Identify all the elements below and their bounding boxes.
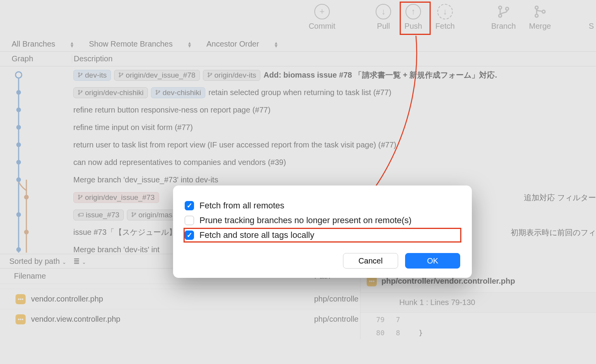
chevron-updown-icon: ▴▾ xyxy=(188,41,191,47)
fetch-dialog: Fetch from all remotes Prune tracking br… xyxy=(173,185,472,278)
arrow-up-icon: ↑ xyxy=(405,4,421,19)
pull-button[interactable]: ↓ Pull xyxy=(371,4,396,31)
svg-point-32 xyxy=(156,93,157,94)
commit-row[interactable]: dev-itsorigin/dev_issue_#78origin/dev-it… xyxy=(0,66,596,84)
commit-button[interactable]: + Commit xyxy=(304,4,340,31)
chevron-updown-icon: ▴▾ xyxy=(71,41,73,47)
branch-icon xyxy=(118,71,124,80)
svg-point-1 xyxy=(499,14,502,17)
commit-message: issue #73「【スケジュール】 xyxy=(73,227,177,237)
branch-tag[interactable]: dev-its xyxy=(73,70,111,81)
checkbox-checked-icon[interactable] xyxy=(185,231,194,240)
svg-point-26 xyxy=(208,76,209,77)
description-column-header: Description xyxy=(72,54,596,63)
toolbar: + Commit ↓ Pull ↑ Push ↓ Fetch Branch Me… xyxy=(0,0,596,37)
tag-label: origin/dev-chishiki xyxy=(85,88,144,97)
tag-icon: 🏷 xyxy=(78,211,84,218)
fetch-tags-option[interactable]: Fetch and store all tags locally xyxy=(185,229,460,241)
branch-tag[interactable]: origin/dev-chishiki xyxy=(73,87,148,98)
branch-button[interactable]: Branch xyxy=(487,4,520,31)
commit-row[interactable]: can now add representatives to companies… xyxy=(0,154,596,171)
commit-message: Merge branch 'dev_issue_#73' into dev-it… xyxy=(73,175,218,184)
tag-label: issue_#73 xyxy=(86,211,120,219)
order-filter[interactable]: Ancestor Order ▴▾ xyxy=(206,40,277,49)
fetch-all-remotes-option[interactable]: Fetch from all remotes xyxy=(185,199,460,212)
commit-label: Commit xyxy=(308,22,335,31)
push-label: Push xyxy=(404,22,422,31)
svg-point-36 xyxy=(81,195,82,196)
ok-button[interactable]: OK xyxy=(405,253,460,269)
cancel-button[interactable]: Cancel xyxy=(343,253,398,269)
commit-message: Merge branch 'dev-its' int xyxy=(73,245,159,254)
tag-label: dev-chishiki xyxy=(163,88,201,97)
remote-filter[interactable]: Show Remote Branches ▴▾ xyxy=(89,40,191,49)
svg-point-38 xyxy=(132,215,133,217)
diff-panel: ••• php/controller/vendor.controller.php… xyxy=(360,270,596,339)
commit-column-headers: Graph Description xyxy=(0,52,596,66)
fetch-button[interactable]: ↓ Fetch xyxy=(431,4,459,31)
commit-message: refine time input on visit form (#77) xyxy=(73,123,193,132)
push-button[interactable]: ↑ Push xyxy=(400,4,427,31)
branch-icon xyxy=(78,71,83,80)
diff-file-name: php/controller/vendor.controller.php xyxy=(381,277,515,286)
branch-tag[interactable]: origin/dev-its xyxy=(203,70,261,81)
commit-message: refine return button responsive-ness on … xyxy=(73,106,270,114)
diff-hunk-header: Hunk 1 : Lines 79-130 xyxy=(360,293,596,313)
filter-bar: All Branches ▴▾ Show Remote Branches ▴▾ … xyxy=(0,37,596,52)
svg-point-28 xyxy=(78,90,80,91)
file-name: vendor.controller.php xyxy=(31,295,103,303)
file-name: vendor.view.controller.php xyxy=(31,315,120,324)
prune-branches-label: Prune tracking branches no longer presen… xyxy=(199,215,412,225)
svg-point-3 xyxy=(535,6,538,9)
tag-label: origin/dev_issue_#78 xyxy=(126,71,196,80)
branch-icon xyxy=(78,193,83,202)
svg-point-0 xyxy=(499,6,502,9)
fetch-icon: ↓ xyxy=(437,4,453,19)
branch-tag[interactable]: 🏷issue_#73 xyxy=(73,210,124,220)
svg-point-34 xyxy=(78,195,80,196)
branch-icon xyxy=(496,4,511,19)
commit-message: can now add representatives to companies… xyxy=(73,158,286,167)
file-change-icon: ••• xyxy=(16,314,26,324)
sorted-by-path-dropdown[interactable]: Sorted by path ⌄ xyxy=(9,257,66,266)
file-list: •••vendor.controller.phpphp/controlle•••… xyxy=(0,289,359,329)
chevron-updown-icon: ▴▾ xyxy=(275,41,277,47)
graph-column-header: Graph xyxy=(0,54,72,63)
commit-message: retain selected group when returning to … xyxy=(208,88,391,97)
arrow-down-icon: ↓ xyxy=(376,4,391,19)
svg-point-27 xyxy=(211,73,212,74)
svg-point-35 xyxy=(78,198,80,199)
branch-tag[interactable]: origin/dev_issue_#78 xyxy=(114,70,200,81)
merge-button[interactable]: Merge xyxy=(524,4,556,31)
checkbox-checked-icon[interactable] xyxy=(185,201,194,210)
remote-filter-label: Show Remote Branches xyxy=(89,40,173,49)
diff-line: 808 } xyxy=(360,326,596,339)
commit-row[interactable]: origin/dev-chishikidev-chishikiretain se… xyxy=(0,84,596,101)
branch-icon xyxy=(207,71,213,80)
commit-row[interactable]: refine return button responsive-ness on … xyxy=(0,101,596,119)
commit-message-overflow: 追加対応 フィルター xyxy=(524,192,596,203)
stash-button[interactable]: S xyxy=(579,4,596,31)
checkbox-unchecked-icon[interactable] xyxy=(185,216,194,225)
file-change-icon: ••• xyxy=(16,294,26,304)
svg-point-25 xyxy=(208,73,209,74)
prune-branches-option[interactable]: Prune tracking branches no longer presen… xyxy=(185,214,460,227)
branch-tag[interactable]: dev-chishiki xyxy=(151,87,205,98)
commit-row[interactable]: refine time input on visit form (#77) xyxy=(0,119,596,136)
svg-point-30 xyxy=(81,90,82,92)
commit-message: return user to task list from report vie… xyxy=(73,140,397,149)
file-row[interactable]: •••vendor.controller.phpphp/controlle xyxy=(0,289,359,309)
svg-point-19 xyxy=(78,73,80,74)
tag-label: origin/mas xyxy=(139,211,173,219)
fetch-label: Fetch xyxy=(435,22,455,31)
svg-point-29 xyxy=(78,93,80,94)
list-view-toggle[interactable]: ≣ ⌄ xyxy=(73,257,87,266)
branch-tag[interactable]: origin/dev_issue_#73 xyxy=(73,192,159,203)
commit-row[interactable]: return user to task list from report vie… xyxy=(0,136,596,154)
file-row[interactable]: •••vendor.view.controller.phpphp/control… xyxy=(0,309,359,329)
branch-icon xyxy=(78,88,83,97)
commit-message: Add: biomass issue #78 「請求書一覧 + 新規作成フォーム… xyxy=(263,70,497,80)
branch-label: Branch xyxy=(491,22,516,31)
branch-tag[interactable]: origin/mas xyxy=(127,210,177,220)
branches-filter[interactable]: All Branches ▴▾ xyxy=(12,40,73,49)
